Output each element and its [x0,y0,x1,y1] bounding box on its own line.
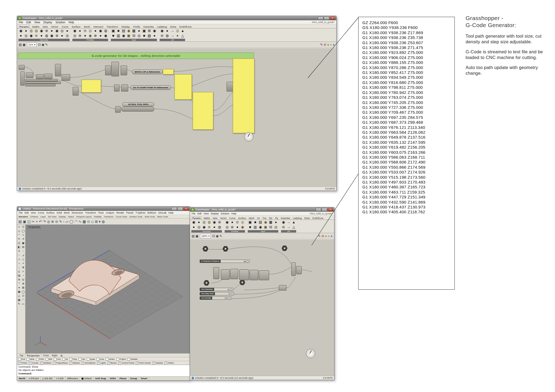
gh-component[interactable] [291,262,296,276]
component-tab[interactable]: Extra [170,25,177,28]
tool-icon[interactable]: ↷ [43,220,46,224]
viewport-title[interactable]: Perspective [27,226,41,228]
filter-toggle[interactable]: ✓ Points [18,362,27,364]
filter-toggle[interactable]: ✓ Surfaces [40,362,51,364]
component-icon[interactable]: ▦ [131,29,136,33]
tool-icon[interactable]: ✎ [17,237,21,241]
component-icon[interactable]: ◉ [29,34,34,38]
layer-indicator[interactable]: Default [80,377,93,380]
tool-icon[interactable]: ◫ [27,220,31,224]
tool-icon[interactable]: ⊖ [55,220,58,224]
component-icon[interactable]: ◎ [29,29,34,33]
gh-node[interactable] [121,84,128,92]
tool-icon[interactable]: ▦ [17,298,21,302]
view-tab[interactable]: Front [42,354,50,357]
component-tab[interactable]: Vector [50,25,59,28]
gh-node[interactable] [44,74,52,79]
view-tab[interactable]: Right [50,354,59,357]
component-tab[interactable]: Intersect [93,25,104,28]
gh-component[interactable] [230,269,238,279]
menu-item[interactable]: Solution [56,21,65,24]
osnap-toggle[interactable]: Mid [46,358,52,361]
viewport-3d-view[interactable] [25,225,190,353]
toolbar-tab[interactable]: Curve Tools [116,215,127,218]
tool-icon[interactable]: ⊞ [95,220,98,224]
menu-item[interactable]: Help [168,211,173,214]
osnap-toggle[interactable]: Disable [127,358,137,361]
component-icon[interactable]: ■ [116,29,121,33]
tool-icon[interactable]: ⊠ [21,286,25,290]
osnap-toggle[interactable]: Point [36,358,44,361]
tool-icon[interactable]: ⊙ [21,294,25,298]
tool-icon[interactable]: ▤ [17,273,21,277]
tool-icon[interactable]: ∿ [79,220,82,224]
toolbar-tab[interactable]: Solid Tools [144,215,155,218]
menu-item[interactable]: File [192,212,196,215]
component-icon[interactable]: ◉ [54,29,59,33]
component-icon[interactable]: ◎ [88,29,93,33]
gh-node[interactable] [19,65,25,70]
tool-icon[interactable]: ⊕ [21,282,25,286]
titlebar[interactable]: Grasshopper - rhino_solid_to_gcode* – ▫ … [190,207,334,212]
tool-icon[interactable]: ✎ [59,220,62,224]
menu-item[interactable]: File [19,211,23,214]
component-icon[interactable]: ◉ [49,34,54,38]
display-toggle-icon[interactable]: ● [325,234,327,238]
filter-toggle[interactable]: ✓ Annotations [81,362,95,364]
menu-item[interactable]: File [19,21,23,24]
menu-item[interactable]: Curve [38,211,44,214]
menu-item[interactable]: Edit [25,211,29,214]
tool-icon[interactable]: ◯ [21,229,25,233]
component-icon[interactable]: ● [152,34,157,38]
component-tab[interactable]: Ladybug [292,217,302,220]
gh-component[interactable] [279,285,286,290]
menu-item[interactable]: View [204,212,209,215]
tool-icon[interactable]: + [36,220,38,224]
tool-icon[interactable]: ⊙ [21,225,25,229]
component-icon[interactable]: ◉ [281,220,286,224]
gh-node[interactable] [62,74,70,81]
tool-icon[interactable]: ◇ [21,257,25,261]
tool-icon[interactable]: ▦ [83,220,86,224]
titlebar[interactable]: Grasshopper - rhino_solid_to_gcode* – ▫ … [17,16,336,20]
menu-item[interactable]: View [31,211,36,214]
gh-component[interactable] [259,270,269,280]
component-icon[interactable]: ⊟ [268,225,273,229]
filter-toggle[interactable]: ✓ Polysurfaces [53,362,68,364]
component-icon[interactable]: ⊛ [93,34,98,38]
display-toggle-icon[interactable]: ● [331,234,333,238]
toolbar-tab[interactable]: Standard [18,215,28,218]
tool-icon[interactable]: ↶ [39,220,42,224]
gh-component[interactable] [239,269,249,280]
filter-toggle[interactable]: ✓ Hatches [152,362,163,364]
cplane-button[interactable]: World [17,377,27,380]
file-icon[interactable]: ▤ [19,43,22,47]
tool-icon[interactable]: ◔ [21,273,25,277]
gh-component[interactable] [221,269,230,280]
toolbar-tab[interactable]: Layer [40,215,46,218]
filter-toggle[interactable]: ✓ Point Clouds [136,362,151,364]
tool-path-label[interactable]: ACTAUL TOOL PATH [122,102,154,106]
tool-icon[interactable]: ▣ [23,220,26,224]
component-icon[interactable]: ◎ [225,225,230,229]
gh-hex-node[interactable] [282,246,288,251]
tool-icon[interactable]: ▱ [17,257,21,261]
slider-knob[interactable] [230,289,232,290]
menu-item[interactable]: Help [69,21,74,24]
component-icon[interactable]: ⊙ [235,220,240,224]
file-icon[interactable]: ▤ [192,234,195,238]
menu-item[interactable]: Solid [56,211,62,214]
component-icon[interactable]: ● [235,225,240,229]
component-icon[interactable]: ▲ [291,220,296,224]
component-tab[interactable]: Mesh [83,25,91,28]
menu-item[interactable]: Surface [46,211,54,214]
component-icon[interactable]: ◍ [103,29,108,33]
component-icon[interactable]: ◉ [98,29,103,33]
component-icon[interactable]: ▥ [116,34,121,38]
component-icon[interactable]: ● [273,220,278,224]
file-icon[interactable]: ▣ [195,234,198,238]
component-icon[interactable]: ■ [248,225,253,229]
osnap-toggle[interactable]: Tan [79,358,85,361]
filter-toggle[interactable]: ✓ Control Points [118,362,134,364]
tool-icon[interactable]: ◯ [21,290,25,294]
